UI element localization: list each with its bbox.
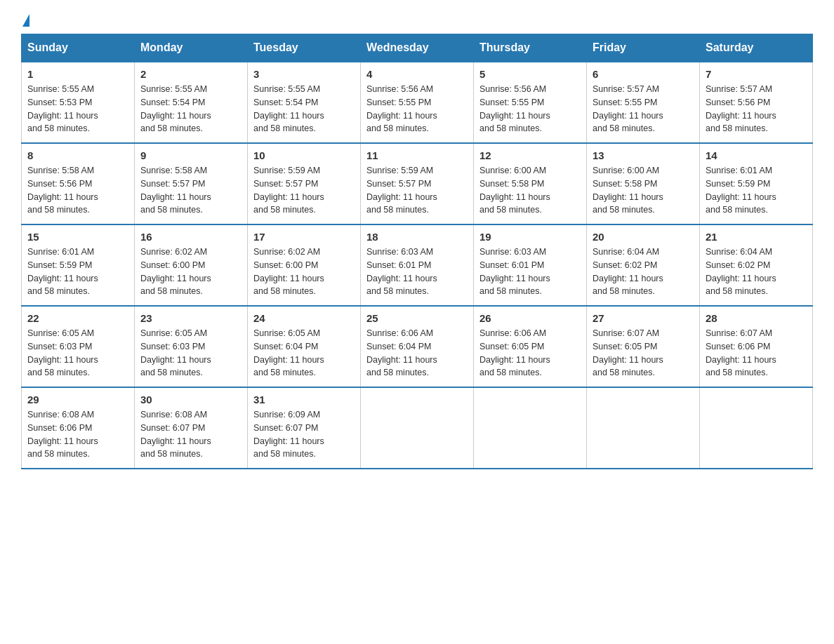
day-info: Sunrise: 5:56 AMSunset: 5:55 PMDaylight:… bbox=[366, 83, 468, 135]
day-number: 8 bbox=[27, 149, 128, 161]
calendar-cell bbox=[361, 387, 474, 469]
day-info: Sunrise: 6:03 AMSunset: 6:01 PMDaylight:… bbox=[366, 246, 468, 298]
day-info: Sunrise: 5:57 AMSunset: 5:55 PMDaylight:… bbox=[593, 83, 694, 135]
calendar-cell: 17Sunrise: 6:02 AMSunset: 6:00 PMDayligh… bbox=[248, 224, 361, 306]
day-number: 20 bbox=[593, 231, 694, 243]
day-info: Sunrise: 5:55 AMSunset: 5:54 PMDaylight:… bbox=[253, 83, 355, 135]
calendar-table: SundayMondayTuesdayWednesdayThursdayFrid… bbox=[21, 34, 813, 469]
col-header-thursday: Thursday bbox=[474, 34, 587, 62]
calendar-cell: 16Sunrise: 6:02 AMSunset: 6:00 PMDayligh… bbox=[135, 224, 248, 306]
day-number: 4 bbox=[366, 68, 468, 80]
calendar-cell: 31Sunrise: 6:09 AMSunset: 6:07 PMDayligh… bbox=[248, 387, 361, 469]
day-info: Sunrise: 6:08 AMSunset: 6:06 PMDaylight:… bbox=[27, 408, 128, 461]
week-row-5: 29Sunrise: 6:08 AMSunset: 6:06 PMDayligh… bbox=[22, 387, 813, 469]
day-info: Sunrise: 6:05 AMSunset: 6:04 PMDaylight:… bbox=[253, 327, 355, 380]
day-info: Sunrise: 6:02 AMSunset: 6:00 PMDaylight:… bbox=[140, 246, 241, 298]
day-info: Sunrise: 5:57 AMSunset: 5:56 PMDaylight:… bbox=[706, 83, 807, 135]
calendar-cell: 23Sunrise: 6:05 AMSunset: 6:03 PMDayligh… bbox=[135, 306, 248, 387]
day-info: Sunrise: 6:00 AMSunset: 5:58 PMDaylight:… bbox=[479, 164, 581, 217]
calendar-cell: 7Sunrise: 5:57 AMSunset: 5:56 PMDaylight… bbox=[700, 62, 813, 143]
calendar-cell bbox=[474, 387, 587, 469]
calendar-cell: 25Sunrise: 6:06 AMSunset: 6:04 PMDayligh… bbox=[361, 306, 474, 387]
calendar-cell: 28Sunrise: 6:07 AMSunset: 6:06 PMDayligh… bbox=[700, 306, 813, 387]
calendar-cell: 11Sunrise: 5:59 AMSunset: 5:57 PMDayligh… bbox=[361, 143, 474, 224]
day-info: Sunrise: 6:06 AMSunset: 6:05 PMDaylight:… bbox=[479, 327, 581, 380]
calendar-cell bbox=[587, 387, 700, 469]
calendar-cell: 14Sunrise: 6:01 AMSunset: 5:59 PMDayligh… bbox=[700, 143, 813, 224]
day-info: Sunrise: 6:06 AMSunset: 6:04 PMDaylight:… bbox=[366, 327, 468, 380]
day-info: Sunrise: 6:00 AMSunset: 5:58 PMDaylight:… bbox=[593, 164, 694, 217]
day-number: 31 bbox=[253, 394, 355, 405]
col-header-tuesday: Tuesday bbox=[248, 34, 361, 62]
day-number: 16 bbox=[140, 231, 241, 243]
day-info: Sunrise: 6:08 AMSunset: 6:07 PMDaylight:… bbox=[140, 408, 241, 461]
day-number: 7 bbox=[706, 68, 807, 80]
day-info: Sunrise: 5:59 AMSunset: 5:57 PMDaylight:… bbox=[253, 164, 355, 217]
day-number: 25 bbox=[366, 312, 468, 324]
calendar-cell: 8Sunrise: 5:58 AMSunset: 5:56 PMDaylight… bbox=[22, 143, 135, 224]
day-number: 18 bbox=[366, 231, 468, 243]
day-number: 17 bbox=[253, 231, 355, 243]
week-row-2: 8Sunrise: 5:58 AMSunset: 5:56 PMDaylight… bbox=[22, 143, 813, 224]
calendar-cell: 24Sunrise: 6:05 AMSunset: 6:04 PMDayligh… bbox=[248, 306, 361, 387]
day-number: 22 bbox=[27, 312, 128, 324]
day-number: 5 bbox=[479, 68, 581, 80]
calendar-cell: 22Sunrise: 6:05 AMSunset: 6:03 PMDayligh… bbox=[22, 306, 135, 387]
week-row-4: 22Sunrise: 6:05 AMSunset: 6:03 PMDayligh… bbox=[22, 306, 813, 387]
calendar-cell bbox=[700, 387, 813, 469]
day-info: Sunrise: 6:01 AMSunset: 5:59 PMDaylight:… bbox=[706, 164, 807, 217]
day-number: 9 bbox=[140, 149, 241, 161]
day-info: Sunrise: 5:58 AMSunset: 5:57 PMDaylight:… bbox=[140, 164, 241, 217]
day-number: 12 bbox=[479, 149, 581, 161]
day-info: Sunrise: 5:56 AMSunset: 5:55 PMDaylight:… bbox=[479, 83, 581, 135]
calendar-cell: 10Sunrise: 5:59 AMSunset: 5:57 PMDayligh… bbox=[248, 143, 361, 224]
day-number: 13 bbox=[593, 149, 694, 161]
calendar-cell: 9Sunrise: 5:58 AMSunset: 5:57 PMDaylight… bbox=[135, 143, 248, 224]
day-number: 2 bbox=[140, 68, 241, 80]
day-info: Sunrise: 5:58 AMSunset: 5:56 PMDaylight:… bbox=[27, 164, 128, 217]
day-number: 26 bbox=[479, 312, 581, 324]
day-number: 15 bbox=[27, 231, 128, 243]
calendar-cell: 6Sunrise: 5:57 AMSunset: 5:55 PMDaylight… bbox=[587, 62, 700, 143]
day-info: Sunrise: 6:04 AMSunset: 6:02 PMDaylight:… bbox=[706, 246, 807, 298]
day-info: Sunrise: 5:55 AMSunset: 5:54 PMDaylight:… bbox=[140, 83, 241, 135]
day-info: Sunrise: 6:07 AMSunset: 6:05 PMDaylight:… bbox=[593, 327, 694, 380]
calendar-cell: 13Sunrise: 6:00 AMSunset: 5:58 PMDayligh… bbox=[587, 143, 700, 224]
day-info: Sunrise: 6:03 AMSunset: 6:01 PMDaylight:… bbox=[479, 246, 581, 298]
header-row: SundayMondayTuesdayWednesdayThursdayFrid… bbox=[22, 34, 813, 62]
page-header bbox=[21, 14, 813, 27]
calendar-cell: 26Sunrise: 6:06 AMSunset: 6:05 PMDayligh… bbox=[474, 306, 587, 387]
day-info: Sunrise: 5:55 AMSunset: 5:53 PMDaylight:… bbox=[27, 83, 128, 135]
col-header-wednesday: Wednesday bbox=[361, 34, 474, 62]
week-row-1: 1Sunrise: 5:55 AMSunset: 5:53 PMDaylight… bbox=[22, 62, 813, 143]
day-info: Sunrise: 6:09 AMSunset: 6:07 PMDaylight:… bbox=[253, 408, 355, 461]
calendar-cell: 29Sunrise: 6:08 AMSunset: 6:06 PMDayligh… bbox=[22, 387, 135, 469]
day-number: 30 bbox=[140, 394, 241, 405]
week-row-3: 15Sunrise: 6:01 AMSunset: 5:59 PMDayligh… bbox=[22, 224, 813, 306]
calendar-cell: 20Sunrise: 6:04 AMSunset: 6:02 PMDayligh… bbox=[587, 224, 700, 306]
day-info: Sunrise: 6:01 AMSunset: 5:59 PMDaylight:… bbox=[27, 246, 128, 298]
day-number: 28 bbox=[706, 312, 807, 324]
calendar-cell: 1Sunrise: 5:55 AMSunset: 5:53 PMDaylight… bbox=[22, 62, 135, 143]
day-info: Sunrise: 6:07 AMSunset: 6:06 PMDaylight:… bbox=[706, 327, 807, 380]
calendar-cell: 19Sunrise: 6:03 AMSunset: 6:01 PMDayligh… bbox=[474, 224, 587, 306]
calendar-cell: 3Sunrise: 5:55 AMSunset: 5:54 PMDaylight… bbox=[248, 62, 361, 143]
calendar-cell: 18Sunrise: 6:03 AMSunset: 6:01 PMDayligh… bbox=[361, 224, 474, 306]
calendar-cell: 4Sunrise: 5:56 AMSunset: 5:55 PMDaylight… bbox=[361, 62, 474, 143]
day-number: 29 bbox=[27, 394, 128, 405]
day-number: 3 bbox=[253, 68, 355, 80]
calendar-cell: 27Sunrise: 6:07 AMSunset: 6:05 PMDayligh… bbox=[587, 306, 700, 387]
col-header-friday: Friday bbox=[587, 34, 700, 62]
calendar-cell: 5Sunrise: 5:56 AMSunset: 5:55 PMDaylight… bbox=[474, 62, 587, 143]
calendar-cell: 21Sunrise: 6:04 AMSunset: 6:02 PMDayligh… bbox=[700, 224, 813, 306]
day-info: Sunrise: 6:02 AMSunset: 6:00 PMDaylight:… bbox=[253, 246, 355, 298]
day-number: 1 bbox=[27, 68, 128, 80]
day-info: Sunrise: 5:59 AMSunset: 5:57 PMDaylight:… bbox=[366, 164, 468, 217]
day-info: Sunrise: 6:04 AMSunset: 6:02 PMDaylight:… bbox=[593, 246, 694, 298]
day-number: 27 bbox=[593, 312, 694, 324]
day-number: 10 bbox=[253, 149, 355, 161]
col-header-monday: Monday bbox=[135, 34, 248, 62]
day-number: 21 bbox=[706, 231, 807, 243]
calendar-cell: 30Sunrise: 6:08 AMSunset: 6:07 PMDayligh… bbox=[135, 387, 248, 469]
col-header-sunday: Sunday bbox=[22, 34, 135, 62]
